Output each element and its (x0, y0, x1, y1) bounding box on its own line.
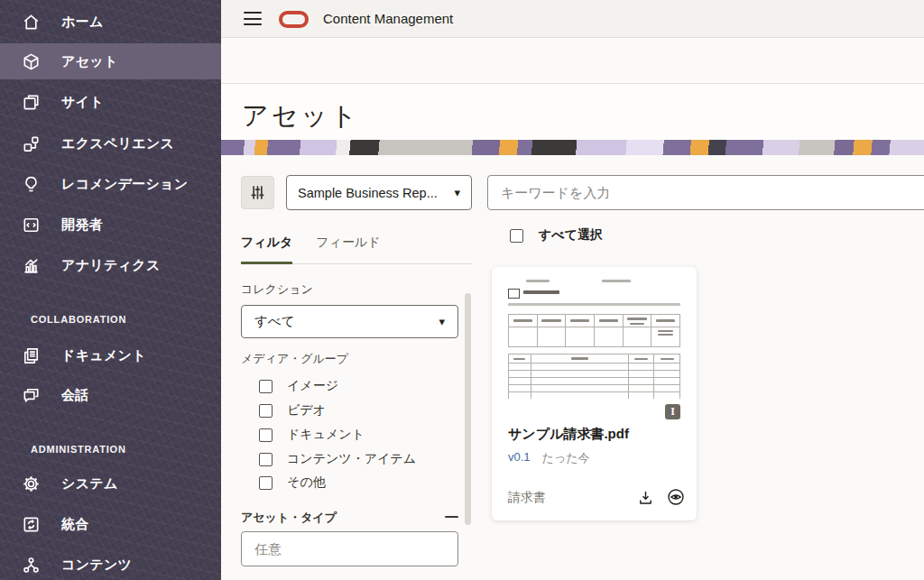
page-header: アセット (221, 84, 924, 140)
sidebar-item-label: レコメンデーション (61, 176, 189, 193)
asset-type-input[interactable] (241, 531, 458, 566)
media-option-video[interactable]: ビデオ (259, 402, 326, 419)
oracle-logo-icon (279, 11, 309, 28)
sidebar-section-collaboration: COLLABORATION (0, 314, 221, 325)
share-nodes-icon (20, 554, 42, 575)
media-option-image[interactable]: イメージ (259, 378, 338, 394)
download-button[interactable] (634, 486, 656, 508)
checkbox[interactable] (259, 380, 273, 393)
asset-title[interactable]: サンプル請求書.pdf (508, 426, 629, 443)
asset-type-tag: 請求書 (508, 490, 546, 506)
cube-icon (20, 51, 42, 72)
main-area: Content Management サンプル請求書.pdfがリポジトリSamp… (221, 0, 924, 580)
checkbox[interactable] (259, 476, 273, 490)
preview-button[interactable] (665, 486, 687, 508)
analytics-icon (20, 254, 42, 276)
repository-selector[interactable]: Sample Business Rep... ▾ (286, 175, 472, 210)
invoice-lines-table (508, 354, 680, 399)
repository-selector-value: Sample Business Rep... (298, 186, 448, 200)
hamburger-menu-icon[interactable] (244, 12, 262, 25)
filter-toggle-button[interactable] (241, 176, 274, 209)
tab-fields[interactable]: フィールド (316, 235, 380, 263)
sidebar-item-label: エクスペリエンス (61, 135, 174, 152)
chevron-down-icon: ▾ (439, 315, 445, 328)
developer-icon (20, 214, 42, 235)
content-area: Sample Business Rep... ▾ フィルタ フィールド コレクシ… (221, 155, 924, 580)
checkbox[interactable] (510, 229, 523, 243)
sliders-icon (248, 183, 267, 202)
asset-meta: v0.1 たった今 (508, 450, 590, 466)
asset-card[interactable]: I サンプル請求書.pdf v0.1 たった今 請求書 (492, 267, 697, 520)
asset-status-badge: I (665, 404, 680, 419)
select-all-label: すべて選択 (539, 227, 603, 244)
asset-version[interactable]: v0.1 (508, 450, 531, 466)
sidebar-item-analytics[interactable]: アナリティクス (0, 247, 221, 283)
sidebar-item-system[interactable]: システム (0, 465, 221, 502)
home-icon (20, 11, 42, 32)
sidebar-item-label: アセット (61, 53, 118, 70)
sidebar-item-label: コンテンツ (61, 557, 132, 574)
chat-icon (20, 384, 42, 406)
app-title: Content Management (323, 11, 453, 26)
notification-banner: サンプル請求書.pdfがリポジトリSample Business Reposit… (221, 38, 924, 84)
checkbox[interactable] (259, 404, 273, 418)
search-input[interactable] (487, 175, 924, 210)
gear-icon (20, 473, 42, 494)
sidebar-item-recommendations[interactable]: レコメンデーション (0, 166, 221, 202)
chevron-down-icon: ▾ (454, 186, 460, 199)
sidebar-item-home[interactable]: ホーム (0, 4, 221, 40)
collection-select[interactable]: すべて ▾ (241, 305, 458, 338)
top-bar: Content Management (221, 0, 924, 38)
invoice-header-table (508, 314, 680, 347)
keyword-search (487, 175, 924, 210)
checkbox[interactable] (259, 428, 273, 442)
sidebar-item-label: ホーム (61, 14, 104, 31)
page-title: アセット (242, 98, 360, 134)
media-group-label: メディア・グループ (241, 351, 348, 367)
sidebar-item-label: 統合 (61, 516, 89, 533)
sidebar-item-documents[interactable]: ドキュメント (0, 337, 221, 373)
download-icon (636, 488, 655, 507)
asset-type-label: アセット・タイプ (241, 510, 337, 526)
filter-panel-scrollbar[interactable] (465, 293, 471, 525)
sidebar-item-content[interactable]: コンテンツ (0, 547, 221, 580)
experiences-icon (20, 133, 42, 154)
sidebar-item-conversations[interactable]: 会話 (0, 377, 221, 413)
sidebar-item-integration[interactable]: 統合 (0, 506, 221, 542)
sidebar-item-label: ドキュメント (61, 347, 146, 364)
media-option-label: イメージ (287, 378, 338, 394)
sidebar-item-label: 開発者 (61, 216, 103, 234)
media-option-label: コンテンツ・アイテム (287, 451, 416, 467)
sidebar-item-sites[interactable]: サイト (0, 84, 221, 120)
lightbulb-icon (20, 173, 42, 195)
pdf-thumbnail (501, 274, 688, 399)
select-all[interactable]: すべて選択 (510, 227, 603, 244)
checkbox[interactable] (259, 453, 273, 466)
sidebar-section-administration: ADMINISTRATION (0, 444, 221, 455)
document-icon (20, 345, 42, 366)
media-option-document[interactable]: ドキュメント (259, 427, 365, 443)
sites-icon (20, 91, 42, 113)
decorative-banner (221, 140, 924, 155)
sidebar-item-label: システム (61, 475, 118, 493)
media-option-label: ドキュメント (287, 427, 365, 443)
integration-icon (20, 513, 42, 535)
invoice-logo-box (508, 289, 520, 299)
sidebar: ホーム アセット サイト エクスペリエンス レコメンデーション 開発者 アナ (0, 0, 221, 580)
sidebar-item-assets[interactable]: アセット (0, 43, 221, 79)
sidebar-item-label: サイト (61, 94, 104, 111)
collection-label: コレクション (241, 281, 313, 298)
media-option-content-item[interactable]: コンテンツ・アイテム (259, 451, 416, 467)
sidebar-item-label: アナリティクス (61, 257, 161, 274)
collapse-section-icon[interactable] (445, 510, 458, 523)
tab-filter[interactable]: フィルタ (241, 235, 292, 264)
sidebar-item-label: 会話 (61, 387, 89, 404)
sidebar-item-developer[interactable]: 開発者 (0, 207, 221, 243)
eye-icon (666, 487, 686, 507)
media-option-other[interactable]: その他 (259, 474, 326, 491)
filter-tabs: フィルタ フィールド (241, 235, 472, 264)
collection-select-value: すべて (254, 313, 433, 330)
media-option-label: ビデオ (287, 402, 326, 419)
media-option-label: その他 (287, 474, 326, 491)
sidebar-item-experiences[interactable]: エクスペリエンス (0, 125, 221, 161)
